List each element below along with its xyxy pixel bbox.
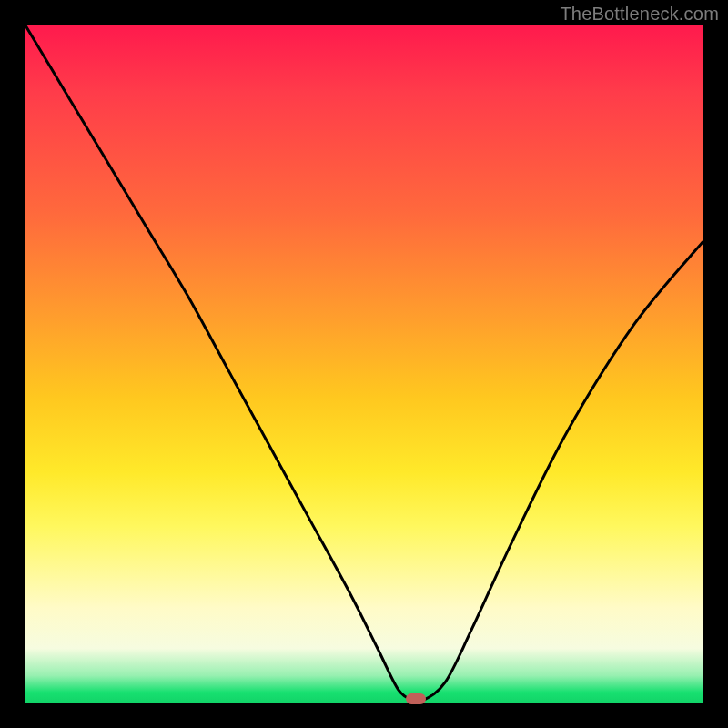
bottleneck-curve [25,25,703,703]
chart-frame: TheBottleneck.com [0,0,728,728]
plot-area [25,25,703,703]
watermark-text: TheBottleneck.com [560,4,719,25]
minimum-marker [406,693,426,704]
